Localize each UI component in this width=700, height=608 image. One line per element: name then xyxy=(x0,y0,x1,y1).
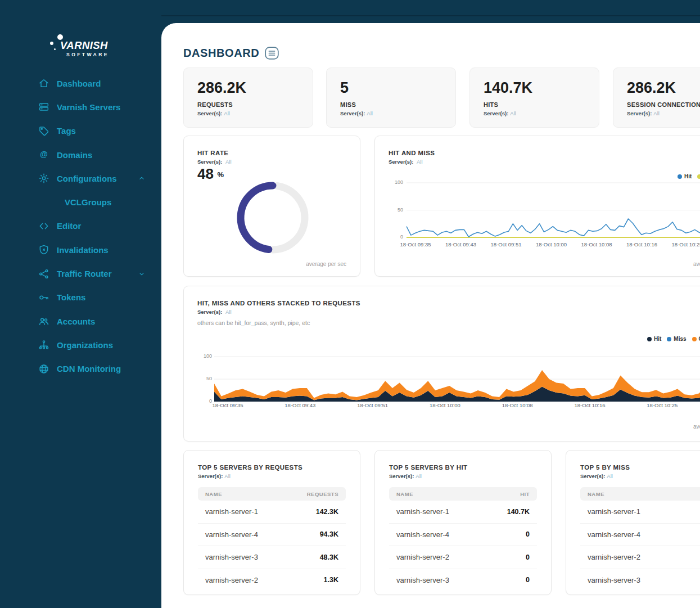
stat-card-miss: 5MISSServer(s):All xyxy=(326,67,456,128)
column-header: NAME xyxy=(205,491,222,497)
sidebar-item-tags[interactable]: Tags xyxy=(0,119,161,143)
sidebar-item-label: Configurations xyxy=(57,174,117,183)
table-row: varnish-server-1140.7K xyxy=(389,501,537,524)
sidebar-item-cdn-monitoring[interactable]: CDN Monitoring xyxy=(0,357,161,381)
table-row: varnish-server-1142.3K xyxy=(198,501,346,524)
globe-icon xyxy=(38,363,49,375)
sidebar: VARNISH SOFTWARE DashboardVarnish Server… xyxy=(0,0,161,608)
sidebar-item-organizations[interactable]: Organizations xyxy=(0,333,161,357)
home-icon xyxy=(38,78,49,89)
y-tick: 0 xyxy=(192,398,212,404)
sitemap-icon xyxy=(38,339,49,350)
shield-icon xyxy=(38,244,49,255)
stat-value: 140.7K xyxy=(484,79,585,97)
x-tick: 18-Oct 10:00 xyxy=(430,402,460,408)
chart-footnote: average per sec xyxy=(693,261,700,267)
sidebar-item-label: Traffic Router xyxy=(57,269,112,278)
x-tick: 18-Oct 10:16 xyxy=(575,402,606,408)
legend-dot xyxy=(678,174,682,179)
server-value: 140.7K xyxy=(507,508,530,516)
sidebar-item-traffic-router[interactable]: Traffic Router xyxy=(0,262,161,285)
stat-label: SESSION CONNECTIONS xyxy=(627,101,700,108)
column-header: NAME xyxy=(396,491,413,497)
chevron-up-icon[interactable] xyxy=(138,174,146,182)
logo-dot xyxy=(57,34,63,40)
server-name: varnish-server-1 xyxy=(205,507,258,516)
x-tick: 18-Oct 10:16 xyxy=(626,241,657,247)
table-header: NAMEHIT xyxy=(389,487,537,501)
server-filter: Server(s):All xyxy=(197,110,299,116)
server-value: 142.3K xyxy=(316,508,338,516)
server-name: varnish-server-3 xyxy=(396,576,449,584)
hit-and-miss-card: HIT AND MISS Server(s): All HitMiss 1005… xyxy=(374,136,700,277)
table-header: NAMEREQUESTS xyxy=(198,487,346,501)
dashboard-menu-icon[interactable] xyxy=(265,47,279,60)
table-card-top-5-by-miss: TOP 5 BY MISSServer(s):AllNAMEvarnish-se… xyxy=(566,450,700,595)
table-row: varnish-server-21.3K xyxy=(198,569,346,592)
legend-item-hit[interactable]: Hit xyxy=(647,336,661,342)
sidebar-item-label: Organizations xyxy=(57,340,113,350)
sidebar-item-dashboard[interactable]: Dashboard xyxy=(0,71,161,95)
card-title: TOP 5 SERVERS BY REQUESTS xyxy=(198,464,346,471)
chart-legend: HitMissOthers xyxy=(647,336,700,342)
legend-item-miss[interactable]: Miss xyxy=(697,173,700,179)
varnish-software-logo: VARNISH SOFTWARE xyxy=(49,31,134,63)
table-row: varnish-server-30 xyxy=(389,569,537,592)
server-name: varnish-server-4 xyxy=(205,530,258,539)
server-name: varnish-server-3 xyxy=(588,576,640,584)
card-title: HIT AND MISS xyxy=(389,150,700,156)
x-tick: 18-Oct 10:25 xyxy=(672,241,700,247)
column-header: REQUESTS xyxy=(307,491,338,497)
chart-footnote: average per sec xyxy=(693,424,700,430)
server-name: varnish-server-4 xyxy=(396,530,449,539)
sidebar-item-configurations[interactable]: Configurations xyxy=(0,166,161,190)
legend-item-others[interactable]: Others xyxy=(692,336,700,342)
chart-note: others can be hit_for_pass, synth, pipe,… xyxy=(197,319,700,326)
server-filter: Server(s):All xyxy=(580,473,700,479)
sidebar-item-accounts[interactable]: Accounts xyxy=(0,309,161,333)
table-row: varnish-server-1 xyxy=(580,501,700,524)
server-value: 48.3K xyxy=(320,553,338,561)
server-filter: Server(s):All xyxy=(198,473,346,479)
sidebar-item-invalidations[interactable]: Invalidations xyxy=(0,238,161,262)
server-name: varnish-server-1 xyxy=(588,507,640,516)
server-value: 0 xyxy=(526,530,530,538)
server-value: 0 xyxy=(526,553,530,561)
server-filter: Server(s):All xyxy=(389,473,537,479)
legend-item-hit[interactable]: Hit xyxy=(678,173,692,179)
tag-icon xyxy=(38,125,49,137)
x-tick: 18-Oct 10:00 xyxy=(536,241,567,247)
server-value: 0 xyxy=(526,576,530,584)
stacked-requests-card: HIT, MISS AND OTHERS STACKED TO REQUESTS… xyxy=(183,286,700,442)
logo-text-varnish: VARNISH xyxy=(60,39,134,52)
table-row: varnish-server-3 xyxy=(580,569,700,592)
stat-label: REQUESTS xyxy=(197,101,299,108)
sidebar-item-editor[interactable]: Editor xyxy=(0,214,161,238)
stat-value: 5 xyxy=(340,79,442,97)
logo-text-software: SOFTWARE xyxy=(66,52,134,57)
server-value: 1.3K xyxy=(324,576,338,584)
sidebar-item-label: Tags xyxy=(57,126,76,136)
y-tick: 0 xyxy=(385,234,403,240)
server-value: 94.3K xyxy=(320,530,338,538)
chevron-down-icon[interactable] xyxy=(138,270,146,278)
table-card-top-5-servers-by-requests: TOP 5 SERVERS BY REQUESTSServer(s):AllNA… xyxy=(183,450,360,595)
y-tick: 100 xyxy=(385,179,403,185)
key-icon xyxy=(38,292,49,303)
table-row: varnish-server-494.3K xyxy=(198,524,346,547)
sidebar-item-varnish-servers[interactable]: Varnish Servers xyxy=(0,95,161,119)
legend-item-miss[interactable]: Miss xyxy=(667,336,686,342)
y-tick: 50 xyxy=(192,376,212,381)
sidebar-item-tokens[interactable]: Tokens xyxy=(0,286,161,309)
topbar xyxy=(161,0,700,16)
sidebar-item-domains[interactable]: @Domains xyxy=(0,143,161,166)
sidebar-item-label: CDN Monitoring xyxy=(57,364,121,373)
y-tick: 100 xyxy=(192,353,212,359)
stacked-requests-chart xyxy=(214,355,700,403)
gear-icon xyxy=(38,173,49,184)
sidebar-item-label: Tokens xyxy=(57,292,85,302)
sidebar-item-label: Domains xyxy=(57,150,92,160)
sidebar-item-vclgroups[interactable]: VCLGroups xyxy=(0,190,161,214)
server-filter: Server(s):All xyxy=(340,110,442,116)
server-filter: Server(s):All xyxy=(627,110,700,116)
